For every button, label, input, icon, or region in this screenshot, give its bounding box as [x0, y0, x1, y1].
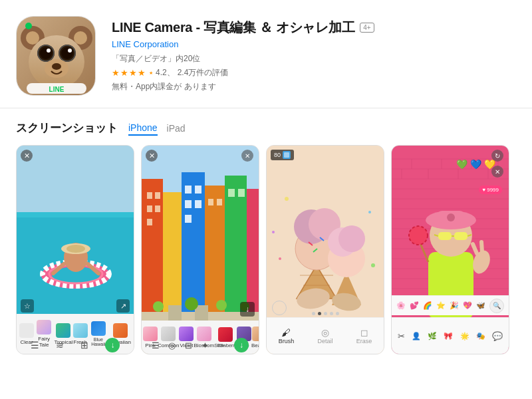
app-icon: LINE [16, 16, 96, 96]
ss1-download-btn[interactable]: ↓ [105, 338, 120, 352]
dot-4 [330, 312, 333, 315]
svg-point-83 [272, 231, 275, 233]
svg-rect-41 [147, 205, 152, 212]
ss3-badge: 80 [271, 150, 294, 160]
svg-point-80 [368, 211, 371, 213]
svg-rect-49 [208, 199, 213, 205]
svg-point-4 [74, 31, 87, 45]
tab-ipad[interactable]: iPad [167, 122, 186, 135]
ss4-icon3[interactable]: 🎀 [444, 332, 453, 340]
svg-point-81 [279, 257, 281, 260]
ss3-circle-btn[interactable] [272, 301, 287, 315]
svg-point-55 [153, 301, 164, 312]
sticker-3[interactable]: 🌈 [423, 301, 432, 310]
app-title: LINE Camera - 写真編集 ＆ オシャレ加工 [112, 19, 354, 37]
brush-tool[interactable]: 🖌 Brush [279, 327, 295, 344]
ss2-download-btn[interactable]: ↓ [240, 302, 255, 317]
svg-rect-39 [147, 192, 152, 199]
screenshots-label: スクリーンショット [16, 120, 118, 136]
ss2-go-btn[interactable]: ↓ [234, 338, 249, 352]
screenshot-1: ✕ Clear Fairy Tale Tropical [16, 145, 134, 354]
dot-1 [312, 312, 315, 315]
sticker-search-btn[interactable]: 🔍 [489, 299, 504, 313]
svg-point-76 [338, 225, 365, 252]
svg-point-79 [285, 197, 289, 201]
sticker-6[interactable]: 💖 [463, 301, 472, 310]
sticker-4[interactable]: ⭐ [436, 301, 446, 310]
ss3-tool-bar: 🖌 Brush ◎ Detail ◻ Erase [267, 317, 384, 354]
svg-rect-43 [147, 219, 152, 225]
heart-count-badge: ♥ 9999 [479, 186, 502, 194]
svg-point-28 [66, 245, 85, 253]
svg-rect-40 [155, 192, 160, 199]
rating-value: 4.2、 [156, 67, 175, 78]
svg-point-8 [40, 47, 52, 59]
heart-stickers: 💚 💙 💛 [456, 159, 495, 170]
svg-text:LINE: LINE [49, 86, 65, 93]
sticker-7[interactable]: 🦋 [476, 301, 485, 310]
ss4-sticker-bar: ✂ 👤 🌿 🎀 🌟 🎭 💬 [392, 317, 509, 354]
rating-row: ★★★★ ★ 4.2、 2.4万件の評価 [112, 67, 516, 78]
svg-point-10 [47, 49, 51, 53]
screenshot-4: 💚 💙 💛 ↻ ✕ ♥ 9999 ✂ 👤 🌿 🎀 [391, 145, 509, 354]
app-category: 「写真／ビデオ」内20位 [112, 53, 516, 65]
price-row: 無料・App内課金が あります [112, 81, 516, 92]
ss2-close-btn[interactable]: ✕ [146, 150, 158, 162]
svg-rect-48 [185, 215, 192, 223]
svg-rect-50 [217, 199, 222, 205]
svg-rect-44 [185, 186, 192, 194]
svg-rect-46 [185, 200, 192, 208]
scissors-icon[interactable]: ✂ [398, 331, 405, 341]
ss4-close-btn[interactable]: ✕ [491, 166, 503, 178]
ss2-close-btn2[interactable]: ✕ [241, 150, 253, 162]
svg-point-116 [447, 213, 455, 221]
stars: ★★★★ [112, 68, 146, 78]
svg-line-127 [481, 242, 482, 252]
ss4-icon2[interactable]: 🌿 [428, 332, 437, 340]
svg-point-56 [185, 297, 198, 311]
ss4-rotate-btn[interactable]: ↻ [491, 150, 503, 162]
ss4-sticker-items: 🌸 💕 🌈 ⭐ 🎉 💖 🦋 🔍 [392, 295, 509, 315]
sticker-2[interactable]: 💕 [410, 301, 419, 310]
svg-rect-52 [238, 189, 245, 197]
screenshot-2: ✕ ✕ ↓ Pink Common [141, 145, 259, 354]
ss4-icon1[interactable]: 👤 [412, 332, 421, 340]
screenshot-gallery: ✕ Clear Fairy Tale Tropical [16, 145, 516, 354]
ss1-star-btn[interactable]: ☆ [21, 299, 34, 313]
svg-rect-51 [228, 189, 235, 197]
svg-rect-34 [163, 192, 182, 312]
tab-iphone[interactable]: iPhone [128, 121, 158, 136]
svg-rect-47 [195, 200, 201, 208]
sticker-5[interactable]: 🎉 [450, 301, 459, 310]
svg-point-3 [26, 31, 39, 45]
dot-3 [324, 312, 327, 315]
svg-point-11 [68, 49, 72, 53]
dot-5 [336, 312, 339, 315]
app-header: LINE LINE Camera - 写真編集 ＆ オシャレ加工 4+ LINE… [0, 0, 532, 108]
svg-point-57 [216, 300, 227, 311]
dot-2 [318, 312, 321, 315]
svg-point-82 [371, 263, 375, 267]
ss4-icon4[interactable]: 🌟 [460, 332, 469, 340]
screenshots-section: スクリーンショット iPhone iPad [0, 108, 532, 354]
ss1-share-btn[interactable]: ↗ [116, 299, 130, 313]
half-star: ★ [149, 70, 153, 76]
detail-tool[interactable]: ◎ Detail [317, 327, 332, 344]
svg-point-15 [52, 63, 61, 70]
ss4-icon5[interactable]: 🎭 [476, 332, 485, 340]
svg-rect-21 [17, 212, 134, 217]
erase-tool[interactable]: ◻ Erase [356, 327, 372, 344]
app-developer[interactable]: LINE Corporation [112, 39, 516, 49]
rating-count: 2.4万件の評価 [178, 67, 229, 78]
age-badge: 4+ [360, 23, 374, 33]
ss1-close-btn[interactable]: ✕ [21, 150, 33, 162]
app-title-row: LINE Camera - 写真編集 ＆ オシャレ加工 4+ [112, 19, 516, 37]
svg-rect-38 [247, 189, 259, 312]
svg-rect-42 [155, 205, 160, 212]
svg-point-18 [25, 23, 32, 29]
svg-rect-19 [17, 146, 134, 219]
ss4-icon6[interactable]: 💬 [492, 331, 503, 341]
svg-rect-117 [438, 232, 452, 240]
sticker-1[interactable]: 🌸 [396, 301, 406, 310]
svg-rect-45 [195, 186, 201, 194]
